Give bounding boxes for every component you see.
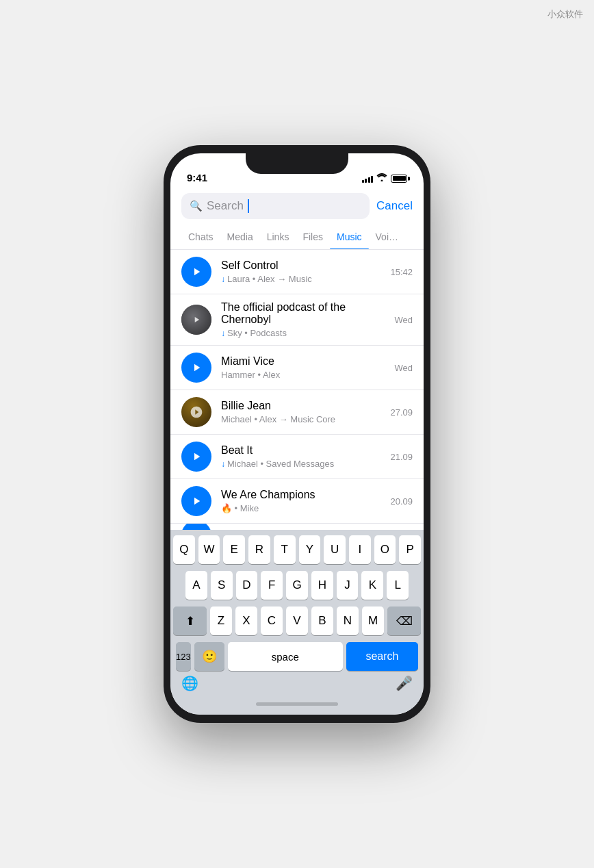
music-info-6: We Are Champions 🔥 • Mike — [221, 489, 380, 513]
key-w[interactable]: W — [198, 535, 220, 564]
key-b[interactable]: B — [311, 607, 333, 635]
music-info-4: Billie Jean Michael • Alex → Music Core — [221, 400, 380, 424]
music-title-5: Beat It — [221, 444, 380, 457]
music-meta-2: ↓ Sky • Podcasts — [221, 328, 385, 338]
music-title-6: We Are Champions — [221, 489, 380, 501]
key-q[interactable]: Q — [173, 535, 195, 564]
play-button-3[interactable] — [181, 353, 211, 383]
music-info-3: Miami Vice Hammer • Alex — [221, 355, 385, 380]
tab-music[interactable]: Music — [330, 225, 369, 249]
key-search[interactable]: search — [346, 642, 418, 671]
key-f[interactable]: F — [261, 571, 283, 600]
key-emoji[interactable]: 🙂 — [194, 642, 224, 671]
play-button-6[interactable] — [181, 486, 211, 516]
key-s[interactable]: S — [211, 571, 233, 600]
key-u[interactable]: U — [324, 535, 346, 564]
key-y[interactable]: Y — [299, 535, 321, 564]
music-title-2: The official podcast of the Chernobyl — [221, 301, 385, 326]
music-meta-4: Michael • Alex → Music Core — [221, 414, 380, 424]
key-c[interactable]: C — [261, 607, 283, 635]
keyboard-row-4: 123 🙂 space search — [173, 642, 421, 671]
download-icon-5: ↓ — [221, 459, 225, 469]
billie-avatar-4 — [181, 397, 211, 427]
music-title-4: Billie Jean — [221, 400, 380, 412]
play-button-7[interactable] — [181, 524, 211, 530]
music-info-2: The official podcast of the Chernobyl ↓ … — [221, 301, 385, 338]
phone-frame: 9:41 — [164, 145, 430, 723]
key-m[interactable]: M — [362, 607, 384, 635]
home-indicator — [173, 695, 421, 712]
key-j[interactable]: J — [337, 571, 359, 600]
search-icon: 🔍 — [190, 200, 203, 212]
signal-icon — [362, 175, 374, 183]
key-shift[interactable]: ⬆ — [173, 607, 207, 635]
play-button-5[interactable] — [181, 442, 211, 472]
status-icons — [362, 173, 408, 183]
music-item-3[interactable]: Miami Vice Hammer • Alex Wed — [170, 346, 424, 390]
key-a[interactable]: A — [185, 571, 207, 600]
status-time: 9:41 — [187, 172, 207, 183]
music-item-7-partial[interactable]: Beat It 20.09 — [170, 524, 424, 530]
key-l[interactable]: L — [387, 571, 409, 600]
podcast-avatar-2 — [181, 305, 211, 335]
music-meta-1: ↓ Laura • Alex → Music — [221, 274, 380, 284]
music-time-2: Wed — [395, 315, 413, 325]
music-time-6: 20.09 — [390, 496, 413, 507]
tab-links[interactable]: Links — [260, 225, 296, 249]
home-bar — [256, 702, 338, 706]
notch — [246, 153, 348, 174]
music-item-1[interactable]: Self Control ↓ Laura • Alex → Music 15:4… — [170, 250, 424, 294]
key-delete[interactable]: ⌫ — [387, 607, 421, 635]
music-meta-6: 🔥 • Mike — [221, 503, 380, 513]
key-r[interactable]: R — [248, 535, 270, 564]
key-space[interactable]: space — [228, 642, 343, 671]
music-time-5: 21.09 — [390, 452, 413, 462]
music-meta-3: Hammer • Alex — [221, 370, 385, 380]
key-o[interactable]: O — [374, 535, 396, 564]
music-item-4[interactable]: Billie Jean Michael • Alex → Music Core … — [170, 390, 424, 435]
tab-media[interactable]: Media — [220, 225, 260, 249]
music-meta-5: ↓ Michael • Saved Messages — [221, 459, 380, 469]
keyboard-row-2: A S D F G H J K L — [173, 571, 421, 600]
tab-files[interactable]: Files — [296, 225, 330, 249]
keyboard-row-1: Q W E R T Y U I O P — [173, 535, 421, 564]
search-input[interactable]: Search — [207, 199, 244, 213]
search-container: 🔍 Search Cancel — [170, 188, 424, 225]
key-mic[interactable]: 🎤 — [396, 675, 413, 691]
keyboard-accessory-row: 🌐 🎤 — [173, 671, 421, 695]
key-g[interactable]: G — [286, 571, 308, 600]
battery-icon — [391, 175, 407, 183]
download-icon-2: ↓ — [221, 329, 225, 338]
key-k[interactable]: K — [361, 571, 383, 600]
download-icon-1: ↓ — [221, 275, 225, 284]
wifi-icon — [376, 173, 387, 183]
tabs-container: Chats Media Links Files Music Voi… — [170, 225, 424, 250]
key-d[interactable]: D — [236, 571, 258, 600]
play-button-1[interactable] — [181, 257, 211, 287]
keyboard: Q W E R T Y U I O P A S D F G H J K — [170, 530, 424, 715]
key-x[interactable]: X — [235, 607, 257, 635]
key-p[interactable]: P — [399, 535, 421, 564]
search-bar[interactable]: 🔍 Search — [181, 193, 370, 219]
key-h[interactable]: H — [311, 571, 333, 600]
watermark: 小众软件 — [547, 8, 583, 21]
cursor — [248, 199, 249, 213]
key-z[interactable]: Z — [210, 607, 232, 635]
music-title-1: Self Control — [221, 259, 380, 272]
keyboard-row-3: ⬆ Z X C V B N M ⌫ — [173, 607, 421, 635]
cancel-button[interactable]: Cancel — [376, 199, 413, 213]
music-item-5[interactable]: Beat It ↓ Michael • Saved Messages 21.09 — [170, 435, 424, 479]
tab-chats[interactable]: Chats — [181, 225, 220, 249]
key-v[interactable]: V — [286, 607, 308, 635]
music-time-3: Wed — [395, 363, 413, 373]
key-n[interactable]: N — [337, 607, 359, 635]
tab-voice[interactable]: Voi… — [369, 225, 405, 249]
music-title-3: Miami Vice — [221, 355, 385, 368]
key-123[interactable]: 123 — [176, 642, 191, 671]
music-item-2[interactable]: The official podcast of the Chernobyl ↓ … — [170, 294, 424, 346]
key-i[interactable]: I — [349, 535, 371, 564]
key-globe[interactable]: 🌐 — [181, 675, 198, 691]
key-t[interactable]: T — [274, 535, 296, 564]
key-e[interactable]: E — [223, 535, 245, 564]
music-item-6[interactable]: We Are Champions 🔥 • Mike 20.09 — [170, 479, 424, 524]
